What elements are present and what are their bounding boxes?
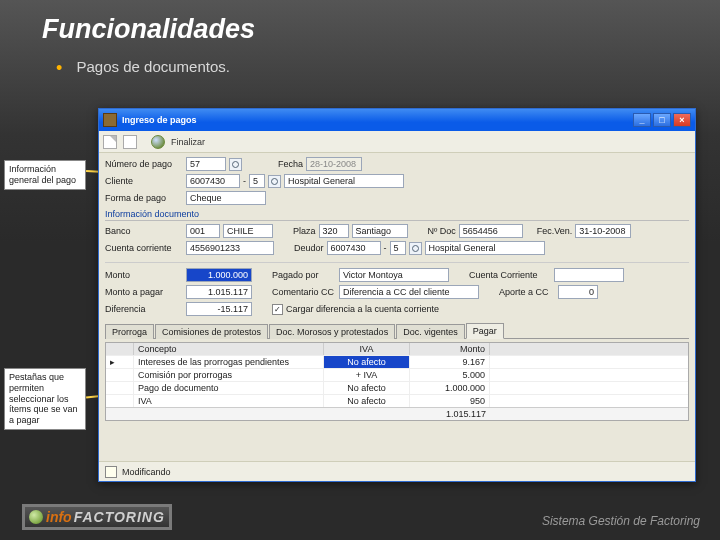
- cuenta-field[interactable]: 4556901233: [186, 241, 274, 255]
- items-grid: Concepto IVA Monto ▸ Intereses de las pr…: [105, 342, 689, 421]
- lbl-cargar-dif: Cargar diferencia a la cuenta corriente: [286, 304, 439, 314]
- deudor-name-field: Hospital General: [425, 241, 545, 255]
- fec-ven-field[interactable]: 31-10-2008: [575, 224, 631, 238]
- maximize-button[interactable]: □: [653, 113, 671, 127]
- app-icon: [103, 113, 117, 127]
- pencil-icon: [105, 466, 117, 478]
- search-icon[interactable]: [229, 158, 242, 171]
- tab-morosos[interactable]: Doc. Morosos y protestados: [269, 324, 395, 339]
- app-window: Ingreso de pagos _ □ × Finalizar Número …: [98, 108, 696, 482]
- grid-total-value: 1.015.117: [410, 408, 490, 420]
- lbl-aporte-cc: Aporte a CC: [499, 287, 555, 297]
- annotation-pestanas: Pestañas que permiten seleccionar los ít…: [4, 368, 86, 430]
- lbl-numero-pago: Número de pago: [105, 159, 183, 169]
- grid-row[interactable]: Pago de documento No afecto 1.000.000: [106, 381, 688, 394]
- grid-total: 1.015.117: [106, 407, 688, 420]
- deudor-sub-field[interactable]: 5: [390, 241, 406, 255]
- finalizar-icon[interactable]: [151, 135, 165, 149]
- lbl-banco: Banco: [105, 226, 183, 236]
- tab-pagar[interactable]: Pagar: [466, 323, 504, 339]
- bullet-dot: •: [56, 58, 62, 78]
- grid-row[interactable]: IVA No afecto 950: [106, 394, 688, 407]
- lbl-pagado-por: Pagado por: [272, 270, 336, 280]
- forma-pago-field[interactable]: Cheque: [186, 191, 266, 205]
- status-text: Modificando: [122, 467, 171, 477]
- cliente-name-field: Hospital General: [284, 174, 404, 188]
- grid-row[interactable]: ▸ Intereses de las prorrogas pendientes …: [106, 355, 688, 368]
- lbl-deudor: Deudor: [294, 243, 324, 253]
- grid-row[interactable]: Comisión por prorrogas + IVA 5.000: [106, 368, 688, 381]
- titlebar[interactable]: Ingreso de pagos _ □ ×: [99, 109, 695, 131]
- cc-field[interactable]: [554, 268, 624, 282]
- slide-bullet: • Pagos de documentos.: [56, 58, 230, 79]
- lbl-cc: Cuenta Corriente: [469, 270, 551, 280]
- lbl-fecha: Fecha: [278, 159, 303, 169]
- pagado-por-field[interactable]: Victor Montoya: [339, 268, 449, 282]
- banco-code-field[interactable]: 001: [186, 224, 220, 238]
- lbl-fec-ven: Fec.Ven.: [537, 226, 573, 236]
- plaza-code-field[interactable]: 320: [319, 224, 349, 238]
- slide-title: Funcionalidades: [42, 14, 255, 45]
- lbl-diferencia: Diferencia: [105, 304, 183, 314]
- plaza-name-field: Santiago: [352, 224, 408, 238]
- numero-pago-field[interactable]: 57: [186, 157, 226, 171]
- lbl-ndoc: Nº Doc: [428, 226, 456, 236]
- new-icon[interactable]: [103, 135, 117, 149]
- diferencia-field: -15.117: [186, 302, 252, 316]
- lbl-comentario-cc: Comentario CC: [272, 287, 336, 297]
- monto-pagar-field: 1.015.117: [186, 285, 252, 299]
- toolbar: Finalizar: [99, 131, 695, 153]
- globe-icon: [29, 510, 43, 524]
- footer-right: Sistema Gestión de Factoring: [542, 514, 700, 528]
- ndoc-field[interactable]: 5654456: [459, 224, 523, 238]
- monto-field[interactable]: 1.000.000: [186, 268, 252, 282]
- lbl-plaza: Plaza: [293, 226, 316, 236]
- lbl-cliente: Cliente: [105, 176, 183, 186]
- fecha-field: 28-10-2008: [306, 157, 362, 171]
- hdr-monto: Monto: [410, 343, 490, 355]
- save-icon[interactable]: [123, 135, 137, 149]
- cliente-code-field[interactable]: 6007430: [186, 174, 240, 188]
- hdr-concepto: Concepto: [134, 343, 324, 355]
- window-title: Ingreso de pagos: [122, 115, 197, 125]
- finalizar-label[interactable]: Finalizar: [171, 137, 205, 147]
- lbl-monto-pagar: Monto a pagar: [105, 287, 183, 297]
- hdr-blank: [106, 343, 134, 355]
- search-icon[interactable]: [409, 242, 422, 255]
- logo-factoring: FACTORING: [74, 509, 165, 525]
- cliente-sub-field[interactable]: 5: [249, 174, 265, 188]
- minimize-button[interactable]: _: [633, 113, 651, 127]
- aporte-cc-field[interactable]: 0: [558, 285, 598, 299]
- logo-info: info: [46, 509, 72, 525]
- search-icon[interactable]: [268, 175, 281, 188]
- status-bar: Modificando: [99, 461, 695, 481]
- grid-header: Concepto IVA Monto: [106, 343, 688, 355]
- lbl-monto: Monto: [105, 270, 183, 280]
- hdr-iva: IVA: [324, 343, 410, 355]
- cargar-dif-checkbox[interactable]: ✓: [272, 304, 283, 315]
- bullet-text: Pagos de documentos.: [76, 58, 229, 75]
- annotation-info-general: Información general del pago: [4, 160, 86, 190]
- tab-vigentes[interactable]: Doc. vigentes: [396, 324, 465, 339]
- deudor-code-field[interactable]: 6007430: [327, 241, 381, 255]
- comentario-cc-field[interactable]: Diferencia a CC del cliente: [339, 285, 479, 299]
- tab-prorroga[interactable]: Prorroga: [105, 324, 154, 339]
- tab-comisiones[interactable]: Comisiones de protestos: [155, 324, 268, 339]
- tabs: Prorroga Comisiones de protestos Doc. Mo…: [105, 322, 689, 339]
- section-info-doc: Información documento: [105, 209, 689, 221]
- lbl-cuenta: Cuenta corriente: [105, 243, 183, 253]
- lbl-forma-pago: Forma de pago: [105, 193, 183, 203]
- banco-name-field: CHILE: [223, 224, 273, 238]
- logo: info FACTORING: [22, 504, 172, 530]
- close-button[interactable]: ×: [673, 113, 691, 127]
